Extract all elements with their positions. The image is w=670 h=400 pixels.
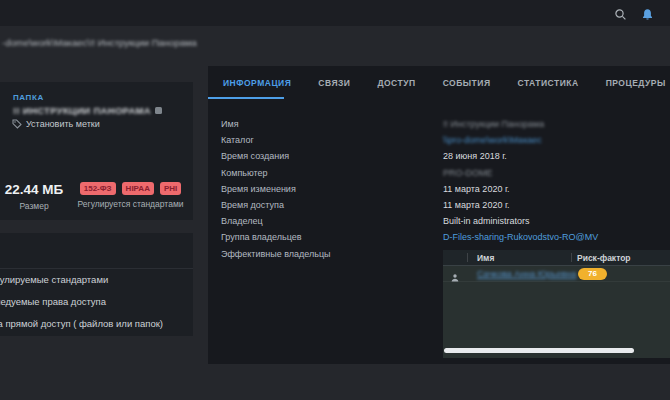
risk-factor-badge: 76 bbox=[578, 268, 607, 280]
field-value-catalog-link[interactable]: \\pro-dome\work\Макаес bbox=[443, 135, 542, 145]
field-row-owner-group: Группа владельцев D-Files-sharing-Rukovo… bbox=[221, 229, 670, 245]
object-kind-label: ПАПКА bbox=[13, 93, 44, 102]
column-header-name[interactable]: Имя bbox=[477, 250, 494, 266]
breadcrumb-path[interactable]: -dome\work\Макаес\!! Инструкции Панорама bbox=[2, 37, 197, 48]
properties-list: Имя !! Инструкции Панорама Каталог \\pro… bbox=[221, 116, 670, 262]
field-row-name: Имя !! Инструкции Панорама bbox=[221, 116, 670, 132]
field-row-owner: Владелец Built-in administrators bbox=[221, 213, 670, 229]
search-icon[interactable] bbox=[614, 7, 628, 21]
tab-events[interactable]: СОБЫТИЯ bbox=[443, 78, 491, 88]
regulations-stat: 152-ФЗ HIPAA PHI Регулируется стандартам… bbox=[68, 182, 193, 211]
active-tab-underline bbox=[208, 97, 284, 99]
quick-link-inherited-permissions[interactable]: Наследуемые права доступа bbox=[0, 296, 106, 310]
tab-relations[interactable]: СВЯЗИ bbox=[318, 78, 350, 88]
card-divider bbox=[0, 268, 193, 269]
effective-owners-table: Имя Риск-фактор Сачкова Анна Юрьевна 76 bbox=[443, 250, 670, 358]
tab-access[interactable]: ДОСТУП bbox=[377, 78, 415, 88]
folder-title-row: !! ИНСТРУКЦИИ ПАНОРАМА bbox=[13, 105, 162, 116]
regulations-caption: Регулируется стандартами bbox=[68, 199, 193, 209]
details-panel: ИНФОРМАЦИЯ СВЯЗИ ДОСТУП СОБЫТИЯ СТАТИСТИ… bbox=[208, 66, 670, 364]
table-row[interactable]: Сачкова Анна Юрьевна 76 bbox=[443, 266, 670, 282]
column-separator bbox=[571, 253, 572, 262]
tab-bar: ИНФОРМАЦИЯ СВЯЗИ ДОСТУП СОБЫТИЯ СТАТИСТИ… bbox=[223, 78, 670, 88]
table-horizontal-scrollbar[interactable] bbox=[444, 348, 634, 353]
quick-link-regulated-standards[interactable]: Регулируемые стандартами bbox=[0, 274, 108, 288]
folder-summary-card: ПАПКА !! ИНСТРУКЦИИ ПАНОРАМА Установить … bbox=[0, 82, 193, 220]
field-value-name: !! Инструкции Панорама bbox=[443, 119, 544, 129]
field-value-computer: PRO-DOME bbox=[443, 168, 493, 178]
tag-icon bbox=[12, 119, 22, 129]
size-caption: Размер bbox=[0, 201, 68, 211]
folder-stats: 22.44 МБ Размер 152-ФЗ HIPAA PHI Регулир… bbox=[0, 182, 193, 211]
field-row-accessed: Время доступа 11 марта 2020 г. bbox=[221, 197, 670, 213]
set-labels-label: Установить метки bbox=[26, 119, 100, 129]
field-value-owner: Built-in administrators bbox=[443, 216, 530, 226]
quick-links-card: Регулируемые стандартами Наследуемые пра… bbox=[0, 233, 193, 336]
field-value-accessed: 11 марта 2020 г. bbox=[443, 200, 510, 210]
size-value: 22.44 МБ bbox=[0, 182, 68, 197]
field-value-modified: 11 марта 2020 г. bbox=[443, 184, 510, 194]
regulation-badges: 152-ФЗ HIPAA PHI bbox=[68, 182, 193, 195]
field-row-computer: Компьютер PRO-DOME bbox=[221, 165, 670, 181]
title-badge-icon bbox=[155, 107, 162, 114]
regulation-badge[interactable]: 152-ФЗ bbox=[80, 182, 116, 195]
set-labels-button[interactable]: Установить метки bbox=[12, 119, 100, 129]
regulation-badge[interactable]: HIPAA bbox=[122, 182, 154, 195]
folder-title: !! ИНСТРУКЦИИ ПАНОРАМА bbox=[13, 105, 151, 116]
quick-link-direct-access[interactable]: Права на прямой доступ ( файлов или папо… bbox=[0, 318, 163, 332]
field-row-created: Время создания 28 июня 2018 г. bbox=[221, 148, 670, 164]
app-screen: -dome\work\Макаес\!! Инструкции Панорама… bbox=[0, 0, 670, 400]
top-bar bbox=[0, 0, 670, 26]
column-separator bbox=[467, 253, 468, 262]
user-icon bbox=[450, 269, 460, 287]
regulation-badge[interactable]: PHI bbox=[160, 182, 181, 195]
column-header-risk[interactable]: Риск-фактор bbox=[577, 250, 631, 266]
size-stat: 22.44 МБ Размер bbox=[0, 182, 68, 211]
tab-information[interactable]: ИНФОРМАЦИЯ bbox=[223, 78, 291, 88]
field-row-modified: Время изменения 11 марта 2020 г. bbox=[221, 181, 670, 197]
field-value-created: 28 июня 2018 г. bbox=[443, 151, 507, 161]
table-header: Имя Риск-фактор bbox=[443, 250, 670, 266]
field-row-catalog: Каталог \\pro-dome\work\Макаес bbox=[221, 132, 670, 148]
owner-name-link[interactable]: Сачкова Анна Юрьевна bbox=[477, 269, 576, 279]
bell-icon[interactable] bbox=[641, 7, 655, 21]
tab-procedures[interactable]: ПРОЦЕДУРЫ bbox=[606, 78, 666, 88]
field-value-owner-group-link[interactable]: D-Files-sharing-Rukovodstvo-RO@MV bbox=[443, 232, 598, 242]
tab-statistics[interactable]: СТАТИСТИКА bbox=[518, 78, 579, 88]
